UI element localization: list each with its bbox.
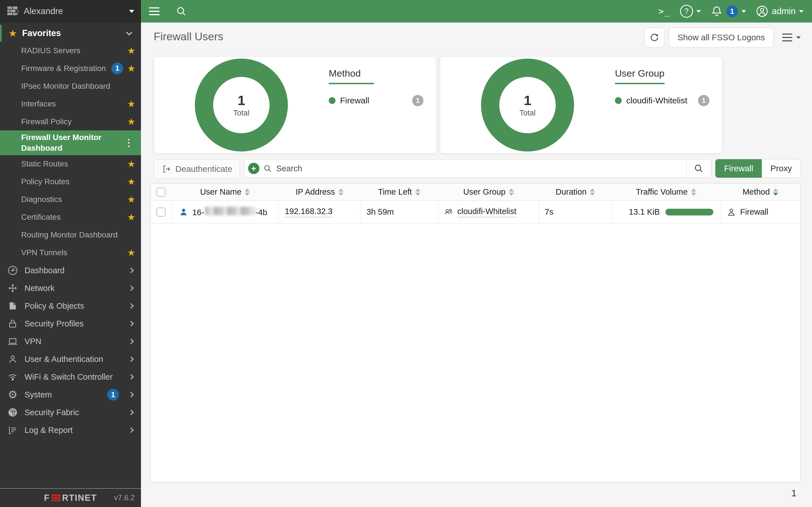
- sidebar-item-interfaces[interactable]: Interfaces ★: [0, 95, 141, 113]
- sidebar-item-radius-servers[interactable]: RADIUS Servers ★: [0, 42, 141, 59]
- tab-proxy[interactable]: Proxy: [762, 159, 801, 178]
- favorite-star-icon[interactable]: ★: [127, 195, 135, 204]
- wifi-icon: [7, 371, 18, 383]
- search-input[interactable]: [276, 164, 686, 173]
- legend-item-cloudifi-whitelist[interactable]: cloudifi-Whitelist 1: [615, 95, 709, 106]
- sidebar-item-label: Log & Report: [24, 426, 123, 435]
- global-search-icon[interactable]: [175, 5, 187, 17]
- table-toolbar: Deauthenticate + Firewall Proxy: [154, 159, 801, 178]
- collapse-menu-icon[interactable]: [149, 7, 160, 15]
- sidebar-item-label: Security Fabric: [24, 408, 123, 417]
- admin-menu[interactable]: admin: [756, 5, 804, 18]
- sidebar-item-firewall-policy[interactable]: Firewall Policy ★: [0, 113, 141, 130]
- sidebar-item-vpn[interactable]: VPN: [0, 333, 141, 350]
- search-submit-button[interactable]: [686, 159, 711, 177]
- chevron-right-icon: [128, 339, 134, 344]
- firewall-users-table: User Name IP Address Time Left User Grou…: [150, 183, 801, 483]
- sort-arrows-icon: [245, 188, 250, 196]
- cli-console-icon[interactable]: >_: [658, 6, 670, 17]
- sidebar-item-security-profiles[interactable]: Security Profiles: [0, 315, 141, 333]
- sidebar-item-log-report[interactable]: Log & Report: [0, 421, 141, 439]
- show-fsso-logons-button[interactable]: Show all FSSO Logons: [669, 27, 774, 47]
- fortinet-o-icon: [52, 494, 60, 501]
- favorite-star-icon[interactable]: ★: [127, 117, 135, 126]
- tab-firewall[interactable]: Firewall: [715, 159, 762, 178]
- sidebar-item-policy-routes[interactable]: Policy Routes ★: [0, 173, 141, 191]
- main-content: Firewall Users Show all FSSO Logons 1 To…: [141, 22, 812, 507]
- sidebar-item-diagnostics[interactable]: Diagnostics ★: [0, 191, 141, 209]
- column-header-user-group[interactable]: User Group: [438, 183, 539, 201]
- column-header-user-name[interactable]: User Name: [171, 183, 278, 201]
- table-options-menu[interactable]: [782, 34, 801, 41]
- sidebar-item-policy-objects[interactable]: Policy & Objects: [0, 297, 141, 315]
- row-checkbox[interactable]: [156, 208, 165, 217]
- lock-icon: [7, 318, 18, 329]
- chevron-right-icon: [128, 321, 134, 327]
- column-header-traffic-volume[interactable]: Traffic Volume: [612, 183, 720, 201]
- favorite-star-icon[interactable]: ★: [127, 64, 135, 73]
- favorite-star-icon[interactable]: ★: [127, 159, 135, 168]
- favorite-star-icon[interactable]: ★: [127, 46, 135, 55]
- sidebar-item-security-fabric[interactable]: Security Fabric: [0, 404, 141, 421]
- deauthenticate-label: Deauthenticate: [175, 164, 232, 174]
- column-label: Method: [743, 187, 770, 196]
- sidebar-item-dashboard[interactable]: Dashboard: [0, 262, 141, 279]
- donut-center: 1 Total: [499, 77, 556, 133]
- favorite-star-icon[interactable]: ★: [127, 100, 135, 108]
- help-menu[interactable]: ?: [680, 5, 701, 18]
- sidebar-item-network[interactable]: Network: [0, 279, 141, 297]
- sidebar-item-system[interactable]: ⚙ System 1: [0, 386, 141, 404]
- legend-item-firewall[interactable]: Firewall 1: [329, 95, 423, 106]
- column-label: Time Left: [378, 187, 412, 196]
- table-row[interactable]: 16--4b 192.168.32.3 3h 59m cloudifi-Whit…: [151, 201, 801, 223]
- log-lines-icon: [7, 425, 18, 436]
- method-chart-card: 1 Total Method Firewall 1: [154, 56, 437, 154]
- count-badge: 1: [111, 62, 123, 74]
- vdom-selector[interactable]: Alexandre: [0, 0, 141, 22]
- sidebar-item-label: Security Profiles: [24, 319, 123, 328]
- column-label: Traffic Volume: [636, 187, 688, 196]
- sidebar-item-firmware-registration[interactable]: Firmware & Registration 1 ★: [0, 59, 141, 77]
- sidebar-favorites-header[interactable]: ★ Favorites: [0, 25, 141, 42]
- favorites-header-label: Favorites: [22, 28, 61, 38]
- column-header-duration[interactable]: Duration: [539, 183, 612, 201]
- sidebar-item-static-routes[interactable]: Static Routes ★: [0, 155, 141, 173]
- add-filter-icon[interactable]: +: [248, 163, 259, 174]
- item-options-icon[interactable]: ⋮: [124, 139, 134, 147]
- page-number[interactable]: 1: [792, 488, 797, 499]
- user-group-donut-chart[interactable]: 1 Total: [440, 57, 615, 153]
- ip-address-value[interactable]: 192.168.32.3: [285, 207, 333, 217]
- sidebar-item-vpn-tunnels[interactable]: VPN Tunnels ★: [0, 244, 141, 262]
- method-donut-chart[interactable]: 1 Total: [154, 57, 329, 153]
- chevron-right-icon: [128, 374, 134, 380]
- sidebar-item-routing-monitor-dashboard[interactable]: Routing Monitor Dashboard: [0, 226, 141, 244]
- laptop-icon: [7, 336, 18, 347]
- favorite-star-icon[interactable]: ★: [127, 248, 135, 257]
- donut-center: 1 Total: [213, 77, 269, 133]
- deauthenticate-button[interactable]: Deauthenticate: [154, 159, 240, 179]
- column-header-time-left[interactable]: Time Left: [360, 183, 438, 201]
- column-header-ip-address[interactable]: IP Address: [278, 183, 360, 201]
- search-icon: [263, 164, 272, 173]
- chevron-right-icon: [128, 392, 134, 397]
- column-header-method[interactable]: Method: [720, 183, 801, 201]
- sidebar-item-label: Interfaces: [21, 99, 123, 109]
- favorite-star-icon[interactable]: ★: [127, 213, 135, 222]
- sidebar-item-user-authentication[interactable]: User & Authentication: [0, 350, 141, 368]
- sidebar-item-wifi-switch-controller[interactable]: WiFi & Switch Controller: [0, 368, 141, 386]
- user-group-value[interactable]: cloudifi-Whitelist: [457, 207, 516, 217]
- favorite-star-icon[interactable]: ★: [127, 177, 135, 186]
- star-icon: ★: [8, 29, 17, 38]
- sidebar-item-certificates[interactable]: Certificates ★: [0, 209, 141, 226]
- sidebar-item-label: User & Authentication: [24, 355, 123, 364]
- select-all-checkbox[interactable]: [156, 187, 165, 196]
- legend-dot-icon: [615, 97, 622, 104]
- notifications-menu[interactable]: 1: [711, 5, 746, 17]
- sidebar-item-ipsec-monitor-dashboard[interactable]: IPsec Monitor Dashboard: [0, 77, 141, 95]
- refresh-button[interactable]: [645, 27, 664, 47]
- user-outline-icon: [726, 207, 736, 217]
- count-badge: 1: [107, 389, 119, 400]
- ip-address-cell: 192.168.32.3: [278, 201, 360, 223]
- deauthenticate-icon: [161, 164, 171, 174]
- sidebar-item-firewall-user-monitor-dashboard[interactable]: Firewall User Monitor Dashboard ⋮: [0, 130, 141, 155]
